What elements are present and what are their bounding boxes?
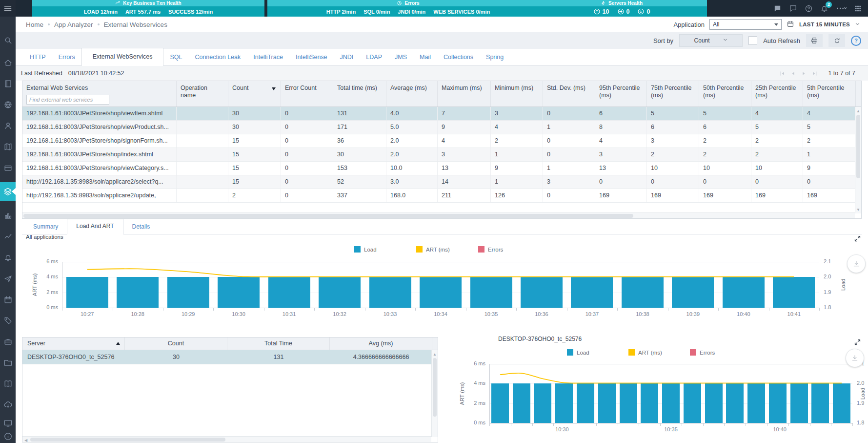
subtab-summary[interactable]: Summary xyxy=(24,220,67,234)
health-panel-3[interactable]: Servers Health1000 xyxy=(536,0,707,17)
column-header-5th-percentile-ms-[interactable]: 5th Percentile (ms) xyxy=(803,81,856,106)
tab-mail[interactable]: Mail xyxy=(413,49,437,65)
sidebar-item-book[interactable] xyxy=(0,375,16,392)
sidebar-item-home[interactable] xyxy=(0,54,16,71)
server-column-header-avg-ms-[interactable]: Avg (ms) xyxy=(330,338,432,350)
legend-item-art-ms-[interactable]: ART (ms) xyxy=(416,246,478,253)
breadcrumb-item[interactable]: App Analyzer xyxy=(54,21,93,28)
legend-item-load[interactable]: Load xyxy=(354,246,416,253)
tab-intellisense[interactable]: IntelliSense xyxy=(289,49,334,65)
sidebar-item-send[interactable] xyxy=(0,270,16,287)
column-header-total-time-ms-[interactable]: Total time (ms) xyxy=(333,81,386,106)
auto-refresh-checkbox[interactable] xyxy=(748,36,757,45)
table-row[interactable]: 192.168.1.61:8003/JPetStore/shop/signonF… xyxy=(22,134,861,148)
expand-icon[interactable] xyxy=(854,235,861,242)
legend-item-art-ms-[interactable]: ART (ms) xyxy=(628,349,690,356)
horizontal-scrollbar[interactable] xyxy=(22,212,855,218)
last-page-button[interactable] xyxy=(811,70,818,77)
more-button[interactable] xyxy=(836,3,847,14)
tab-connection-leak[interactable]: Connection Leak xyxy=(188,49,247,65)
next-page-button[interactable] xyxy=(801,70,807,77)
scroll-thumb[interactable] xyxy=(23,214,633,218)
comment-filled-button[interactable] xyxy=(773,4,782,13)
apps-grid-button[interactable] xyxy=(854,4,862,13)
column-header-operation-name[interactable]: Operation name xyxy=(177,81,228,106)
expand-icon[interactable] xyxy=(854,338,861,346)
column-header-std-dev-ms-[interactable]: Std. Dev. (ms) xyxy=(543,81,595,106)
comment-outline-button[interactable] xyxy=(789,4,797,13)
sidebar-item-briefcase[interactable] xyxy=(0,333,16,350)
scroll-thumb[interactable] xyxy=(856,115,860,178)
sidebar-item-tag[interactable] xyxy=(0,312,16,329)
tab-jndi[interactable]: JNDI xyxy=(334,49,360,65)
server-column-header-server[interactable]: Server xyxy=(22,338,125,350)
sidebar-item-trend[interactable] xyxy=(0,228,16,245)
server-column-header-count[interactable]: Count xyxy=(125,338,227,350)
bell-button[interactable]: 2 xyxy=(820,4,828,13)
table-row[interactable]: 192.168.1.61:8003/JPetStore/shop/viewIte… xyxy=(22,107,861,121)
breadcrumb-item[interactable]: Home xyxy=(26,21,43,28)
column-header-25th-percentile-ms-[interactable]: 25th Percentile (ms) xyxy=(751,81,803,106)
horizontal-scrollbar[interactable]: ◀ xyxy=(22,436,431,442)
column-header-count[interactable]: Count xyxy=(228,81,281,106)
download-button[interactable] xyxy=(846,349,864,367)
sidebar-item-search[interactable] xyxy=(0,31,16,49)
help-circle-button[interactable] xyxy=(805,4,813,13)
health-panel-1[interactable]: Key Business Txn HealthLOAD 12/minART 55… xyxy=(32,0,264,17)
table-row[interactable]: 192.168.1.61:8003/JPetStore/shop/viewPro… xyxy=(22,121,861,134)
tab-external-webservices[interactable]: External WebServices xyxy=(81,48,164,66)
help-button[interactable]: ? xyxy=(851,36,861,46)
time-range-selector[interactable]: LAST 15 MINUTES xyxy=(799,21,850,27)
breadcrumb-item[interactable]: External Webservices xyxy=(104,21,167,28)
table-row[interactable]: 192.168.1.61:8003/JPetStore/shop/viewCat… xyxy=(22,162,861,175)
column-header-external-web-services[interactable]: External Web Services xyxy=(22,81,177,106)
legend-item-load[interactable]: Load xyxy=(567,349,628,356)
scroll-up-icon[interactable]: ▲ xyxy=(855,108,861,114)
sidebar-item-calendar[interactable] xyxy=(0,291,16,308)
column-header-maximum-ms-[interactable]: Maximum (ms) xyxy=(438,81,491,106)
sidebar-item-map[interactable] xyxy=(0,138,16,155)
health-panel-2[interactable]: ErrorsHTTP 2/minSQL 0/minJNDI 0/minWEB S… xyxy=(267,0,549,17)
column-header-average-ms-[interactable]: Average (ms) xyxy=(386,81,438,106)
legend-item-errors[interactable]: Errors xyxy=(690,349,751,356)
column-header-95th-percentile-ms-[interactable]: 95th Percentile (ms) xyxy=(595,81,647,106)
sidebar-item-info[interactable] xyxy=(0,427,16,443)
menu-icon[interactable] xyxy=(0,0,16,17)
sidebar-item-wallet[interactable] xyxy=(0,159,16,176)
tab-http[interactable]: HTTP xyxy=(23,49,52,65)
table-row[interactable]: http://192.168.1.35:8983/solr/applicare2… xyxy=(22,189,861,203)
tab-ldap[interactable]: LDAP xyxy=(360,49,388,65)
sidebar-item-bell[interactable] xyxy=(0,249,16,266)
sort-by-select[interactable]: Count xyxy=(679,34,743,47)
first-page-button[interactable] xyxy=(779,70,786,77)
search-input[interactable] xyxy=(26,95,109,105)
vertical-scrollbar[interactable]: ▲ xyxy=(431,350,438,437)
legend-item-errors[interactable]: Errors xyxy=(478,246,540,253)
scroll-down-icon[interactable]: ▼ xyxy=(855,207,861,212)
column-header-50th-percentile-ms-[interactable]: 50th Percentile (ms) xyxy=(699,81,751,106)
column-header-75th-percentile-ms-[interactable]: 75th Percentile (ms) xyxy=(647,81,699,106)
application-select[interactable]: All xyxy=(709,19,782,30)
vertical-scrollbar[interactable]: ▲▼ xyxy=(855,107,861,213)
subtab-load-and-art[interactable]: Load And ART xyxy=(67,219,123,234)
column-header-error-count[interactable]: Error Count xyxy=(281,81,333,106)
sidebar-item-globe[interactable] xyxy=(0,96,16,113)
tab-errors[interactable]: Errors xyxy=(52,49,81,65)
scroll-up-icon[interactable]: ▲ xyxy=(432,351,438,357)
scroll-thumb[interactable] xyxy=(433,358,437,417)
table-row[interactable]: http://192.168.1.35:8983/solr/applicare2… xyxy=(22,175,861,189)
tab-sql[interactable]: SQL xyxy=(163,49,188,65)
sidebar-item-journal[interactable] xyxy=(0,75,16,92)
scroll-thumb[interactable] xyxy=(30,438,225,442)
column-header-minimum-ms-[interactable]: Minimum (ms) xyxy=(491,81,543,106)
server-column-header-total-time[interactable]: Total Time xyxy=(227,338,330,350)
download-button[interactable] xyxy=(847,254,866,273)
previous-page-button[interactable] xyxy=(790,70,796,77)
tab-intellitrace[interactable]: IntelliTrace xyxy=(247,49,289,65)
sidebar-item-bar-chart[interactable] xyxy=(0,207,16,224)
sidebar-item-layers[interactable] xyxy=(0,182,16,201)
tab-spring[interactable]: Spring xyxy=(480,49,510,65)
tab-jms[interactable]: JMS xyxy=(388,49,413,65)
tab-collections[interactable]: Collections xyxy=(437,49,480,65)
refresh-button[interactable] xyxy=(828,34,845,47)
